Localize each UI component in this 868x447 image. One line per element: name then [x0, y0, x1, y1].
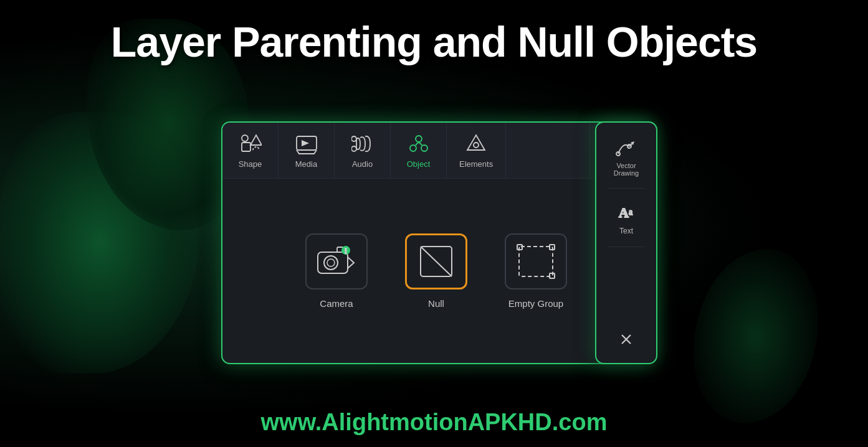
svg-point-6: [416, 136, 422, 142]
right-sidebar: Vector Drawing A a Text: [595, 121, 657, 364]
shape-label: Shape: [239, 159, 262, 169]
main-panel: Shape Media: [221, 121, 651, 364]
svg-point-16: [327, 259, 335, 266]
svg-point-4: [351, 136, 356, 141]
audio-icon: [351, 132, 374, 156]
object-camera[interactable]: ! Camera: [305, 233, 368, 309]
svg-line-9: [416, 142, 419, 145]
toolbar-item-media[interactable]: Media: [279, 123, 335, 178]
elements-label: Elements: [459, 159, 493, 169]
object-label: Object: [407, 159, 431, 169]
svg-rect-0: [242, 143, 250, 151]
content-area: ! Camera Null: [222, 179, 650, 363]
svg-line-21: [421, 247, 452, 276]
svg-text:a: a: [629, 207, 633, 217]
empty-group-icon-box: [505, 233, 567, 289]
svg-point-7: [410, 145, 416, 151]
media-label: Media: [295, 159, 317, 169]
null-label: Null: [428, 298, 444, 309]
toolbar-item-elements[interactable]: Elements: [447, 123, 506, 178]
empty-group-label: Empty Group: [508, 298, 563, 309]
toolbar: Shape Media: [222, 123, 650, 179]
svg-point-5: [351, 146, 356, 151]
sidebar-item-vector-drawing[interactable]: Vector Drawing: [600, 129, 653, 183]
toolbar-item-object[interactable]: Object: [391, 123, 447, 178]
svg-point-12: [474, 143, 479, 148]
sidebar-divider-1: [608, 188, 645, 189]
audio-label: Audio: [352, 159, 373, 169]
object-icon: [407, 132, 431, 156]
svg-point-2: [242, 135, 248, 141]
svg-text:!: !: [345, 248, 346, 255]
shape-icon: [239, 132, 262, 156]
sidebar-divider-2: [608, 247, 645, 247]
camera-label: Camera: [320, 298, 353, 309]
svg-line-10: [419, 142, 422, 145]
toolbar-item-audio[interactable]: Audio: [335, 123, 391, 178]
object-empty-group[interactable]: Empty Group: [505, 233, 567, 309]
svg-rect-14: [318, 252, 348, 273]
elements-icon: [464, 132, 488, 156]
vector-drawing-label: Vector Drawing: [614, 162, 639, 177]
svg-point-8: [421, 145, 427, 151]
close-button[interactable]: [614, 327, 639, 352]
media-icon: [295, 132, 318, 156]
svg-marker-17: [348, 257, 354, 268]
svg-rect-22: [519, 247, 553, 276]
null-icon-box: [405, 233, 467, 289]
sidebar-item-text[interactable]: A a Text: [600, 194, 653, 242]
text-icon: A a: [614, 200, 638, 224]
svg-point-15: [324, 256, 338, 270]
bottom-url: www.AlightmotionAPKHD.com: [0, 409, 868, 436]
text-label: Text: [619, 227, 633, 235]
toolbar-item-shape[interactable]: Shape: [222, 123, 279, 178]
vector-drawing-icon: [614, 135, 638, 159]
page-title: Layer Parenting and Null Objects: [0, 17, 868, 66]
camera-icon-box: !: [305, 233, 368, 289]
svg-marker-1: [250, 135, 262, 145]
object-null[interactable]: Null: [405, 233, 467, 309]
svg-text:A: A: [619, 205, 629, 220]
